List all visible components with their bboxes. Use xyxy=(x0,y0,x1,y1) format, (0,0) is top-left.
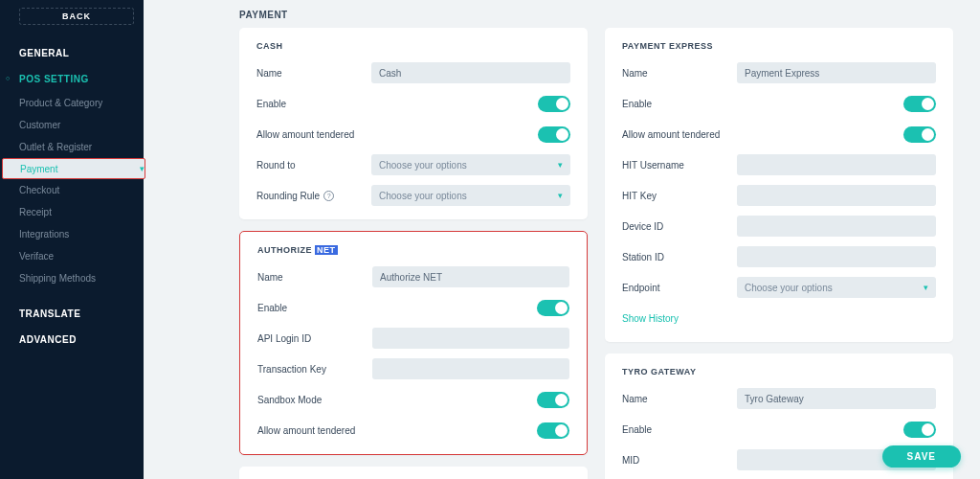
label-pex-allow: Allow amount tendered xyxy=(622,129,737,140)
label-auth-api: API Login ID xyxy=(257,333,372,344)
save-button[interactable]: SAVE xyxy=(882,445,962,468)
card-title-pex: PAYMENT EXPRESS xyxy=(622,41,936,51)
select-cash-rule[interactable]: Choose your options xyxy=(371,185,570,206)
input-pex-u[interactable] xyxy=(737,154,936,175)
sidebar-heading-general[interactable]: GENERAL xyxy=(0,40,144,66)
label-auth-name: Name xyxy=(257,272,372,283)
sidebar-item-receipt[interactable]: Receipt xyxy=(0,201,144,223)
sidebar-item-checkout[interactable]: Checkout xyxy=(0,179,144,201)
toggle-pex-enable[interactable] xyxy=(903,96,936,112)
input-pex-d[interactable] xyxy=(737,216,936,237)
input-pex-name[interactable] xyxy=(737,62,936,83)
input-auth-name[interactable] xyxy=(372,266,569,287)
label-auth-sandbox: Sandbox Mode xyxy=(257,395,372,405)
sidebar-item-customer[interactable]: Customer xyxy=(0,114,144,136)
label-pex-enable: Enable xyxy=(622,99,737,109)
page-title: PAYMENT xyxy=(239,10,953,20)
label-cash-enable: Enable xyxy=(256,99,371,109)
label-cash-round: Round to xyxy=(256,160,371,171)
input-pex-k[interactable] xyxy=(737,185,936,206)
label-auth-enable: Enable xyxy=(257,303,372,313)
sidebar-heading-pos-setting[interactable]: POS SETTING xyxy=(0,66,144,92)
input-tyro-name[interactable] xyxy=(737,388,936,409)
sidebar-item-outlet[interactable]: Outlet & Register xyxy=(0,136,144,158)
card-title-tyro: TYRO GATEWAY xyxy=(622,367,936,376)
sidebar-item-shipping[interactable]: Shipping Methods xyxy=(0,267,144,289)
toggle-tyro-enable[interactable] xyxy=(903,422,936,438)
help-icon[interactable]: ? xyxy=(323,191,334,201)
sidebar-item-product[interactable]: Product & Category xyxy=(0,92,144,114)
input-cash-name[interactable] xyxy=(371,62,570,83)
toggle-cash-enable[interactable] xyxy=(538,96,570,112)
toggle-auth-enable[interactable] xyxy=(537,300,569,316)
sidebar-item-integrations[interactable]: Integrations xyxy=(0,223,144,245)
toggle-auth-allow[interactable] xyxy=(537,422,569,439)
label-pex-s: Station ID xyxy=(622,252,737,262)
link-show-history[interactable]: Show History xyxy=(622,313,679,324)
label-pex-k: HIT Key xyxy=(622,191,737,201)
label-pex-u: HIT Username xyxy=(622,160,737,171)
input-auth-tkey[interactable] xyxy=(372,358,569,379)
sidebar-item-veriface[interactable]: Veriface xyxy=(0,245,144,267)
label-pex-e: Endpoint xyxy=(622,283,737,293)
sidebar-heading-advanced[interactable]: ADVANCED xyxy=(0,327,144,353)
card-payment-express: PAYMENT EXPRESS Name Enable Allow amount… xyxy=(605,28,953,342)
sidebar: BACK GENERAL POS SETTING Product & Categ… xyxy=(0,0,144,479)
card-cash: CASH Name Enable Allow amount tendered R… xyxy=(239,28,588,219)
label-pex-d: Device ID xyxy=(622,221,737,232)
input-pex-s[interactable] xyxy=(737,246,936,267)
label-tyro-name: Name xyxy=(622,394,737,404)
content: PAYMENT CASH Name Enable Allow amount te… xyxy=(144,0,980,479)
label-auth-tkey: Transaction Key xyxy=(257,364,372,375)
card-authorize-net: AUTHORIZE NET Name Enable API Login ID T… xyxy=(239,231,588,455)
label-tyro-enable: Enable xyxy=(622,424,737,435)
toggle-cash-allow[interactable] xyxy=(538,126,570,143)
back-button[interactable]: BACK xyxy=(19,8,134,25)
label-tyro-mid: MID xyxy=(622,455,737,466)
select-pex-e[interactable]: Choose your options xyxy=(737,277,936,298)
label-cash-allow: Allow amount tendered xyxy=(256,129,371,140)
label-cash-name: Name xyxy=(256,68,371,79)
label-pex-name: Name xyxy=(622,68,737,79)
input-auth-api[interactable] xyxy=(372,328,569,349)
card-title-authorize: AUTHORIZE NET xyxy=(257,245,569,255)
label-cash-rule: Rounding Rule? xyxy=(256,191,371,201)
card-cardknox: CARDKNOX xyxy=(239,467,588,479)
toggle-auth-sandbox[interactable] xyxy=(537,392,569,408)
select-cash-round[interactable]: Choose your options xyxy=(371,154,570,175)
toggle-pex-allow[interactable] xyxy=(903,126,936,143)
sidebar-heading-translate[interactable]: TRANSLATE xyxy=(0,301,144,327)
card-title-cash: CASH xyxy=(256,41,570,51)
label-auth-allow: Allow amount tendered xyxy=(257,425,372,436)
sidebar-item-payment[interactable]: Payment xyxy=(2,158,145,179)
